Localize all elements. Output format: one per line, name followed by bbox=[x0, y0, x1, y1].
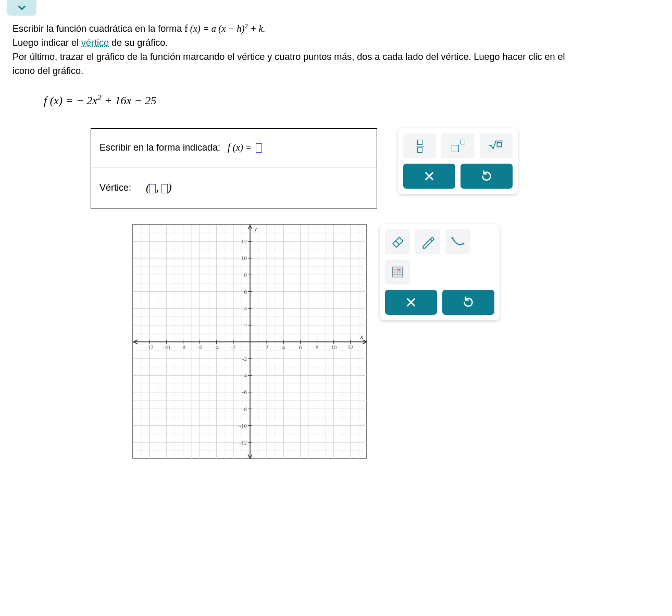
svg-text:-6: -6 bbox=[242, 389, 247, 396]
undo-icon bbox=[480, 169, 493, 183]
vertex-link[interactable]: vértice bbox=[81, 38, 109, 48]
svg-text:10: 10 bbox=[331, 344, 337, 350]
graph-reset-button[interactable] bbox=[442, 290, 494, 315]
grid-point-tool[interactable] bbox=[385, 260, 410, 285]
svg-text:-12: -12 bbox=[146, 344, 154, 350]
vertex-y-input[interactable] bbox=[161, 184, 168, 193]
svg-text:12: 12 bbox=[241, 238, 247, 244]
fx-label: f (x) = bbox=[228, 142, 252, 153]
instr-line1-pre: Escribir la función cuadrática en la for… bbox=[13, 23, 184, 34]
clear-button[interactable] bbox=[403, 164, 455, 189]
svg-text:10: 10 bbox=[241, 255, 247, 262]
svg-text:6: 6 bbox=[244, 289, 247, 295]
close-icon bbox=[404, 295, 418, 309]
svg-text:x: x bbox=[360, 333, 364, 340]
reset-button[interactable] bbox=[461, 164, 513, 189]
pencil-tool[interactable] bbox=[415, 229, 440, 254]
svg-text:-8: -8 bbox=[242, 406, 247, 412]
svg-text:-2: -2 bbox=[231, 344, 235, 350]
svg-text:-4: -4 bbox=[214, 344, 219, 350]
svg-text:12: 12 bbox=[347, 344, 353, 350]
graph-toolbox bbox=[380, 224, 500, 320]
form-prompt: Escribir en la forma indicada: bbox=[99, 142, 220, 153]
instructions-block: Escribir la función cuadrática en la for… bbox=[13, 21, 575, 78]
svg-text:2: 2 bbox=[244, 322, 247, 328]
svg-text:-6: -6 bbox=[197, 344, 203, 350]
given-equation: f (x) = − 2x2 + 16x − 25 bbox=[44, 93, 659, 107]
svg-text:-10: -10 bbox=[163, 344, 170, 350]
svg-text:4: 4 bbox=[282, 344, 285, 350]
eraser-tool[interactable] bbox=[385, 229, 410, 254]
svg-text:6: 6 bbox=[299, 344, 302, 350]
math-toolbox bbox=[398, 128, 518, 194]
vertex-label: Vértice: bbox=[99, 182, 131, 193]
svg-text:2: 2 bbox=[265, 344, 268, 350]
svg-text:-2: -2 bbox=[242, 355, 247, 362]
close-icon bbox=[422, 169, 436, 183]
exponent-button[interactable] bbox=[441, 133, 474, 158]
svg-text:8: 8 bbox=[244, 272, 247, 278]
instr-line1-formula: f (x) = a (x − h)2 + k. bbox=[184, 23, 265, 34]
instr-line3: Por último, trazar el gráfico de la func… bbox=[13, 52, 565, 76]
chevron-down-icon bbox=[16, 2, 28, 14]
curve-tool[interactable] bbox=[445, 229, 470, 254]
collapse-toggle[interactable] bbox=[7, 0, 36, 16]
vertex-form-row: Escribir en la forma indicada: f (x) = bbox=[91, 129, 377, 167]
svg-text:-4: -4 bbox=[242, 373, 247, 379]
instr-line2-post: de su gráfico. bbox=[109, 38, 168, 48]
vertex-row: Vértice: (, ) bbox=[91, 167, 377, 208]
vertex-x-input[interactable] bbox=[150, 184, 156, 193]
svg-text:y: y bbox=[254, 225, 257, 232]
sqrt-button[interactable] bbox=[480, 133, 513, 158]
instr-line2-pre: Luego indicar el bbox=[13, 38, 81, 48]
vertex-parens: (, ) bbox=[146, 181, 172, 194]
svg-text:4: 4 bbox=[244, 305, 247, 312]
svg-rect-0 bbox=[497, 142, 502, 146]
exponent-icon bbox=[451, 140, 465, 152]
sqrt-icon bbox=[488, 139, 504, 153]
svg-text:-8: -8 bbox=[181, 344, 186, 350]
svg-text:-10: -10 bbox=[239, 423, 247, 429]
eraser-icon bbox=[390, 235, 405, 249]
answer-box: Escribir en la forma indicada: f (x) = V… bbox=[91, 128, 377, 208]
undo-icon bbox=[462, 295, 475, 309]
pencil-icon bbox=[420, 235, 435, 249]
curve-icon bbox=[451, 235, 465, 249]
vertex-form-input[interactable] bbox=[256, 143, 262, 153]
svg-text:-12: -12 bbox=[239, 439, 247, 446]
graph-clear-button[interactable] bbox=[385, 290, 437, 315]
fraction-icon bbox=[416, 140, 424, 153]
graph-svg: -12-10-8-6-4-224681012-12-10-8-6-4-22468… bbox=[133, 225, 367, 459]
coordinate-plane[interactable]: -12-10-8-6-4-224681012-12-10-8-6-4-22468… bbox=[132, 224, 367, 459]
grid-icon bbox=[390, 265, 405, 279]
svg-text:8: 8 bbox=[316, 344, 319, 350]
fraction-button[interactable] bbox=[403, 133, 436, 158]
